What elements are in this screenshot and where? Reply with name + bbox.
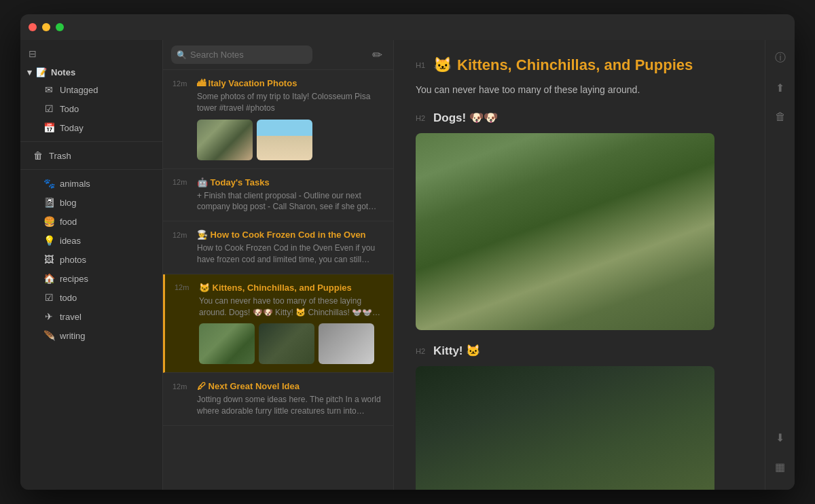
sidebar-item-recipes[interactable]: 🏠 recipes	[24, 270, 158, 287]
chevron-icon: ▾	[27, 67, 32, 77]
kitty-heading-text: Kitty! 🐱	[433, 344, 480, 358]
food-icon: 🍔	[43, 216, 54, 227]
note-title-emoji: 🐱	[433, 56, 452, 74]
note-time-tasks: 12m	[173, 178, 192, 186]
note-preview-cod: How to Cook Frozen Cod in the Oven Even …	[197, 242, 384, 266]
filter-icon[interactable]: ⊟	[29, 48, 37, 59]
thumb-colosseum	[197, 120, 253, 160]
food-label: food	[60, 217, 77, 227]
sidebar-item-photos[interactable]: 🖼 photos	[24, 251, 158, 268]
info-icon[interactable]: ⓘ	[772, 48, 789, 68]
note-item-kittens[interactable]: 12m 🐱 Kittens, Chinchillas, and Puppies …	[163, 274, 393, 374]
right-sidebar-bottom: ⬇ ▦	[772, 429, 788, 482]
blog-icon: 📓	[43, 197, 54, 208]
note-time-novel: 12m	[173, 382, 192, 391]
note-thumbs-kittens	[199, 323, 384, 364]
note-intro-text: You can never have too many of these lay…	[416, 82, 743, 97]
animals-icon: 🐾	[43, 178, 54, 189]
note-list-items: 12m 🏙 Italy Vacation Photos Some photos …	[163, 70, 393, 490]
kitty-image	[416, 366, 714, 490]
note-preview-italy: Some photos of my trip to Italy! Colosse…	[197, 91, 384, 114]
animals-label: animals	[60, 179, 90, 189]
note-title-cod: 👨‍🍳 How to Cook Frozen Cod in the Oven	[197, 230, 366, 240]
compose-button[interactable]: ✏	[369, 46, 385, 64]
sidebar-item-blog[interactable]: 📓 blog	[24, 194, 158, 211]
writing-label: writing	[60, 331, 86, 341]
divider-2	[20, 169, 162, 170]
maximize-button[interactable]	[56, 23, 64, 31]
dogs-heading-text: Dogs! 🐶🐶	[433, 111, 498, 125]
recipes-icon: 🏠	[43, 273, 54, 284]
todo-tag-label: todo	[60, 293, 77, 303]
note-title-kittens: 🐱 Kittens, Chinchillas, and Puppies	[199, 283, 352, 293]
note-item-header-tasks: 12m 🤖 Today's Tasks	[173, 177, 384, 187]
writing-icon: 🪶	[43, 330, 54, 341]
sidebar-item-trash[interactable]: 🗑 Trash	[24, 147, 158, 164]
grid-icon[interactable]: ▦	[772, 458, 788, 476]
search-input[interactable]	[171, 46, 312, 64]
note-title-novel: 🖊 Next Great Novel Idea	[197, 381, 300, 391]
minimize-button[interactable]	[42, 23, 50, 31]
sidebar-item-today[interactable]: 📅 Today	[24, 119, 158, 137]
sidebar-item-travel[interactable]: ✈ travel	[24, 308, 158, 325]
search-wrapper: 🔍	[171, 46, 364, 64]
travel-label: travel	[60, 312, 82, 322]
note-time: 12m	[173, 79, 192, 88]
sidebar-todo-label: Todo	[60, 104, 79, 114]
note-list-header: 🔍 ✏	[163, 40, 393, 70]
trash-icon: 🗑	[33, 150, 43, 161]
h2-dogs-label: H2	[416, 114, 425, 122]
sidebar-today-label: Today	[60, 123, 84, 133]
note-h2-kitty: H2 Kitty! 🐱	[416, 344, 743, 358]
note-preview-novel: Jotting down some ideas here. The pitch …	[197, 394, 384, 417]
note-item-tasks[interactable]: 12m 🤖 Today's Tasks + Finish that client…	[163, 169, 393, 222]
note-h2-dogs: H2 Dogs! 🐶🐶	[416, 111, 743, 125]
thumb-cat-jump	[319, 323, 374, 364]
sidebar-item-todo-tag[interactable]: ☑ todo	[24, 289, 158, 306]
note-item-novel[interactable]: 12m 🖊 Next Great Novel Idea Jotting down…	[163, 373, 393, 426]
note-view[interactable]: H1 🐱 Kittens, Chinchillas, and Puppies Y…	[394, 40, 765, 490]
sidebar: ⊟ ▾ 📝 Notes ✉ Untagged ☑ Todo 📅 Today	[20, 40, 163, 490]
note-time-kittens: 12m	[175, 283, 194, 291]
note-item-italy[interactable]: 12m 🏙 Italy Vacation Photos Some photos …	[163, 70, 393, 169]
sidebar-item-untagged[interactable]: ✉ Untagged	[24, 81, 158, 98]
h2-kitty-label: H2	[416, 347, 425, 355]
notes-label: Notes	[51, 67, 75, 77]
ideas-label: ideas	[60, 236, 81, 246]
sidebar-notes-section[interactable]: ▾ 📝 Notes	[20, 65, 162, 80]
note-detail-area: H1 🐱 Kittens, Chinchillas, and Puppies Y…	[394, 40, 795, 490]
titlebar	[20, 14, 795, 40]
note-title-tasks: 🤖 Today's Tasks	[197, 177, 270, 187]
divider-1	[20, 141, 162, 142]
note-item-header-novel: 12m 🖊 Next Great Novel Idea	[173, 381, 384, 391]
photos-label: photos	[60, 255, 86, 265]
today-icon: 📅	[43, 122, 54, 133]
close-button[interactable]	[29, 23, 37, 31]
thumb-cat-close	[259, 323, 314, 364]
sidebar-header: ⊟	[20, 46, 162, 65]
h1-label: H1	[416, 61, 425, 69]
sidebar-item-todo-special[interactable]: ☑ Todo	[24, 100, 158, 118]
sidebar-item-ideas[interactable]: 💡 ideas	[24, 232, 158, 249]
notes-icon: 📝	[36, 67, 47, 77]
note-title-italy: 🏙 Italy Vacation Photos	[197, 78, 297, 88]
sidebar-item-writing[interactable]: 🪶 writing	[24, 327, 158, 344]
untagged-icon: ✉	[43, 84, 54, 95]
note-thumbs-italy	[197, 120, 384, 160]
thumb-tower	[257, 120, 312, 160]
recipes-label: recipes	[60, 274, 88, 284]
sidebar-item-animals[interactable]: 🐾 animals	[24, 175, 158, 192]
note-item-header-cod: 12m 👨‍🍳 How to Cook Frozen Cod in the Ov…	[173, 230, 384, 240]
note-item-header: 12m 🏙 Italy Vacation Photos	[173, 78, 384, 88]
note-list: 🔍 ✏ 12m 🏙 Italy Vacation Photos Some pho…	[163, 40, 394, 490]
thumb-dogs	[199, 323, 255, 364]
trash-label: Trash	[49, 151, 71, 161]
share-icon[interactable]: ⬆	[773, 79, 787, 97]
trash-icon-right[interactable]: 🗑	[772, 108, 789, 126]
todo-icon: ☑	[43, 103, 54, 114]
note-title-text: Kittens, Chinchillas, and Puppies	[457, 56, 693, 74]
note-item-cod[interactable]: 12m 👨‍🍳 How to Cook Frozen Cod in the Ov…	[163, 221, 393, 274]
right-sidebar: ⓘ ⬆ 🗑 ⬇ ▦	[765, 40, 795, 490]
sidebar-item-food[interactable]: 🍔 food	[24, 213, 158, 230]
download-icon[interactable]: ⬇	[773, 429, 787, 447]
